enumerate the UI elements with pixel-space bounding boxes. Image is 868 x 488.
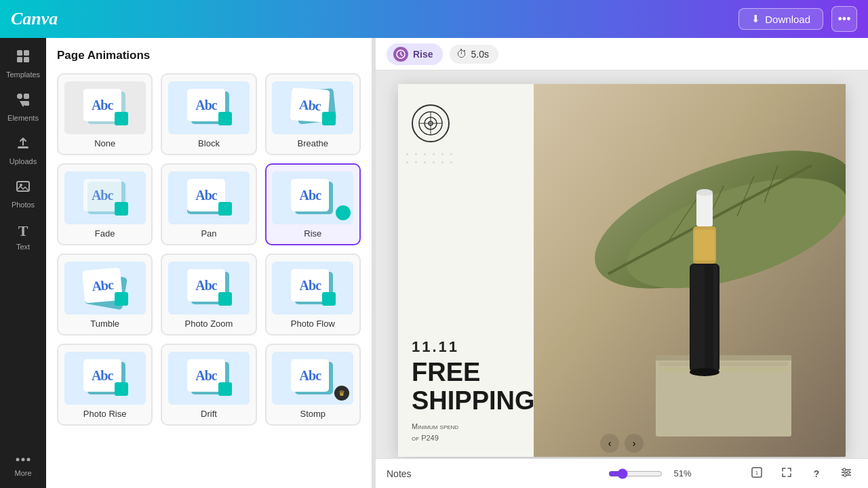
animation-card-breathe-label: Breathe [298, 138, 329, 148]
svg-point-47 [844, 474, 846, 476]
icon-sidebar: Templates Elements Uploads [0, 38, 46, 488]
svg-rect-7 [24, 101, 29, 106]
svg-rect-32 [696, 192, 713, 226]
page-prev-button[interactable]: ‹ [600, 434, 619, 453]
photo-rise-thumb-stack: Abc [81, 359, 130, 397]
more-options-button[interactable]: ••• [831, 6, 857, 32]
none-thumb-stack: Abc [81, 89, 130, 127]
page-count-icon: 1 [751, 466, 763, 481]
svg-rect-31 [659, 367, 788, 371]
pan-abc: Abc [195, 188, 216, 203]
uploads-icon [16, 136, 31, 155]
animation-card-breathe[interactable]: Abc Breathe [265, 73, 361, 155]
help-button[interactable]: ? [806, 463, 827, 485]
download-icon: ⬇ [751, 13, 760, 25]
photo-flow-abc: Abc [300, 278, 321, 293]
animation-card-pan[interactable]: Abc Pan [161, 163, 256, 245]
pan-thumb-stack: Abc [184, 179, 233, 217]
notes-label: Notes [387, 468, 558, 479]
sidebar-item-elements[interactable]: Elements [3, 87, 43, 127]
canvas-scroll[interactable]: 11.11 FREE SHIPPING Minimum spend of P24… [376, 70, 868, 458]
tumble-abc: Abc [91, 277, 113, 294]
crown-icon: ♛ [338, 389, 345, 398]
design-headline: FREE SHIPPING [412, 359, 520, 415]
svg-point-11 [16, 458, 20, 462]
svg-rect-37 [691, 265, 705, 371]
drift-abc: Abc [195, 368, 216, 384]
breathe-thumb-stack: Abc [288, 89, 337, 127]
animation-card-rise[interactable]: Abc Rise [265, 163, 361, 245]
page-nav: ‹ › [600, 434, 644, 453]
animation-card-fade[interactable]: Abc Fade [57, 163, 153, 245]
animation-card-photo-flow[interactable]: Abc Photo Flow [265, 253, 361, 336]
animation-card-block[interactable]: Abc Block [161, 73, 256, 155]
download-button[interactable]: ⬇ Download [738, 8, 823, 30]
svg-rect-35 [694, 230, 715, 260]
sidebar-item-templates[interactable]: Templates [3, 43, 43, 84]
duration-label: 5.0s [471, 49, 489, 60]
elements-icon [16, 92, 31, 111]
duration-badge[interactable]: ⏱ 5.0s [450, 45, 498, 64]
animation-card-photo-rise[interactable]: Abc Photo Rise [57, 344, 153, 426]
main-body: Templates Elements Uploads [0, 38, 868, 488]
page-count-button[interactable]: 1 [746, 463, 768, 485]
clock-icon: ⏱ [456, 48, 467, 60]
svg-rect-1 [24, 50, 29, 56]
expand-button[interactable] [776, 463, 797, 485]
sidebar-item-elements-label: Elements [7, 114, 39, 122]
more-icon: ••• [838, 12, 851, 26]
canva-logo: Canva [11, 9, 58, 29]
sidebar-item-more[interactable]: More [3, 443, 43, 483]
photos-icon [16, 179, 31, 198]
animation-card-drift[interactable]: Abc Drift [161, 344, 256, 426]
animations-grid: Abc None Abc [57, 73, 361, 426]
animation-card-stomp[interactable]: Abc ♛ Stomp [265, 344, 361, 426]
animation-card-pan-label: Pan [201, 228, 216, 239]
templates-icon [16, 49, 31, 68]
page-next-button[interactable]: › [625, 434, 644, 453]
none-abc: Abc [92, 98, 113, 113]
headline-line1: FREE [412, 358, 480, 386]
svg-rect-38 [713, 265, 717, 371]
sidebar-item-text-label: Text [16, 243, 30, 251]
sidebar-item-text[interactable]: T Text [3, 217, 43, 256]
grid-settings-icon [840, 466, 852, 481]
rise-abc: Abc [300, 188, 321, 203]
dots-pattern [405, 152, 454, 165]
animation-card-photo-zoom-label: Photo Zoom [185, 319, 233, 329]
sidebar-item-uploads[interactable]: Uploads [3, 130, 43, 171]
animation-card-none[interactable]: Abc None [57, 73, 153, 155]
svg-point-33 [696, 189, 713, 196]
svg-rect-30 [659, 362, 788, 366]
active-animation-badge[interactable]: Rise [387, 43, 443, 65]
svg-rect-3 [24, 57, 29, 62]
animation-card-tumble-label: Tumble [90, 319, 119, 329]
zoom-slider[interactable] [608, 468, 663, 479]
fade-thumb-stack: Abc [81, 179, 130, 217]
photo-zoom-abc: Abc [195, 278, 216, 293]
sidebar-item-photos[interactable]: Photos [3, 174, 43, 214]
animation-card-photo-zoom[interactable]: Abc Photo Zoom [161, 253, 256, 336]
photo-rise-abc: Abc [92, 368, 113, 384]
animation-card-stomp-label: Stomp [300, 409, 326, 419]
text-icon: T [18, 222, 28, 240]
svg-rect-2 [17, 57, 22, 62]
canvas-toolbar: Rise ⏱ 5.0s [376, 38, 868, 70]
sidebar-item-more-label: More [14, 469, 31, 477]
svg-point-13 [27, 458, 31, 462]
svg-rect-8 [18, 146, 28, 148]
block-abc: Abc [195, 98, 216, 113]
bottom-bar: Notes 51% 1 [376, 458, 868, 488]
animations-panel-title: Page Animations [57, 49, 361, 62]
svg-rect-5 [24, 94, 29, 99]
animation-card-rise-label: Rise [304, 228, 321, 239]
sidebar-item-photos-label: Photos [12, 201, 35, 209]
animation-card-none-label: None [94, 138, 115, 148]
animation-card-tumble[interactable]: Abc Tumble [57, 253, 153, 336]
svg-text:1: 1 [755, 470, 759, 476]
sidebar-item-uploads-label: Uploads [9, 157, 37, 165]
fade-abc: Abc [92, 188, 113, 203]
stomp-crown-badge: ♛ [334, 386, 349, 401]
grid-settings-button[interactable] [835, 463, 857, 485]
svg-point-4 [17, 94, 22, 99]
